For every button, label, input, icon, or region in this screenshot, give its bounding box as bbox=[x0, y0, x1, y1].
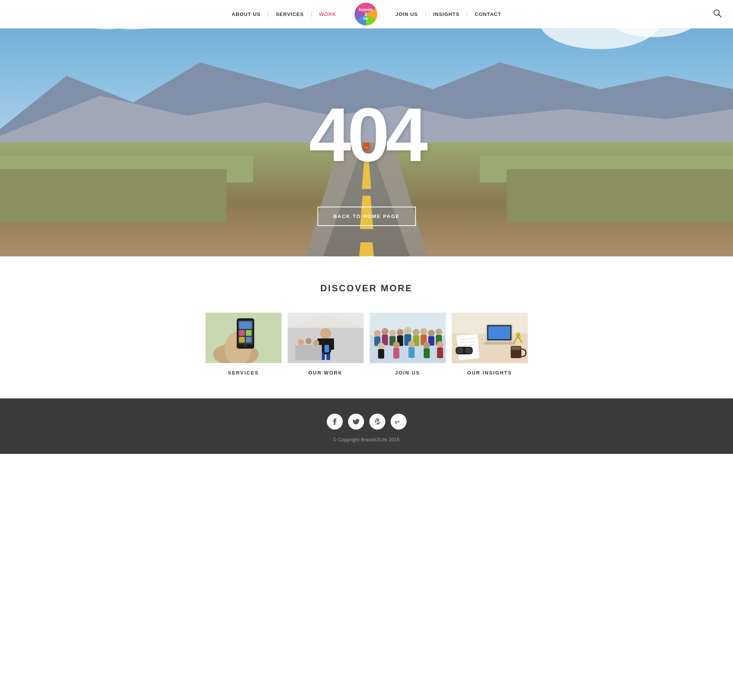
cards-row: SERVICES bbox=[196, 313, 538, 376]
card-insights-thumb bbox=[452, 313, 528, 363]
svg-point-68 bbox=[404, 327, 412, 335]
svg-point-42 bbox=[244, 344, 246, 347]
social-pinterest[interactable] bbox=[369, 414, 385, 430]
svg-point-55 bbox=[313, 340, 319, 346]
svg-rect-85 bbox=[424, 348, 430, 358]
card-our-insights[interactable]: OUR INSIGHTS bbox=[452, 313, 528, 376]
nav-work[interactable]: WORK bbox=[312, 11, 343, 17]
nav-about-us[interactable]: ABOUT US bbox=[225, 11, 268, 17]
card-work-label: OUR WORK bbox=[309, 370, 343, 376]
svg-rect-52 bbox=[295, 345, 322, 360]
nav-join-us[interactable]: JOIN US bbox=[389, 11, 425, 17]
svg-point-46 bbox=[320, 328, 331, 339]
svg-point-72 bbox=[420, 328, 427, 335]
svg-rect-40 bbox=[239, 337, 245, 343]
logo-text: brands 2 life bbox=[359, 7, 373, 21]
social-row: g+ bbox=[8, 414, 725, 430]
error-code: 404 bbox=[309, 97, 424, 173]
card-our-work[interactable]: OUR WORK bbox=[288, 313, 364, 376]
card-insights-label: OUR INSIGHTS bbox=[467, 370, 512, 376]
svg-rect-37 bbox=[239, 321, 252, 329]
header: ABOUT US | SERVICES | WORK brands 2 life… bbox=[0, 0, 733, 28]
logo-circle: brands 2 life bbox=[355, 3, 377, 25]
svg-rect-83 bbox=[408, 347, 415, 358]
svg-rect-18 bbox=[0, 169, 226, 222]
back-to-home-button[interactable]: BACK TO HOME PAGE bbox=[317, 207, 416, 226]
svg-rect-93 bbox=[484, 342, 515, 344]
svg-point-70 bbox=[413, 329, 420, 336]
svg-point-84 bbox=[423, 342, 430, 349]
nav-insights[interactable]: INSIGHTS bbox=[426, 11, 466, 17]
card-join-label: JOIN US bbox=[395, 370, 420, 376]
card-work-thumb bbox=[288, 313, 364, 363]
search-icon[interactable] bbox=[713, 9, 722, 19]
svg-rect-38 bbox=[239, 330, 245, 336]
social-facebook[interactable] bbox=[327, 414, 343, 430]
logo[interactable]: brands 2 life bbox=[355, 3, 377, 25]
svg-rect-49 bbox=[329, 338, 334, 350]
svg-point-74 bbox=[428, 330, 435, 337]
logo-life: life bbox=[359, 17, 373, 21]
card-join-us[interactable]: JOIN US bbox=[370, 313, 446, 376]
svg-rect-57 bbox=[325, 345, 329, 352]
nav-services[interactable]: SERVICES bbox=[269, 11, 311, 17]
copyright: © Copyright Brands2Life 2016 bbox=[8, 437, 725, 442]
back-button-wrap: BACK TO HOME PAGE bbox=[317, 207, 416, 226]
svg-rect-20 bbox=[507, 169, 733, 222]
svg-point-80 bbox=[393, 341, 400, 348]
footer: g+ © Copyright Brands2Life 2016 bbox=[0, 398, 733, 454]
discover-section: DISCOVER MORE SER bbox=[0, 256, 733, 398]
nav: ABOUT US | SERVICES | WORK brands 2 life… bbox=[225, 3, 508, 25]
svg-point-66 bbox=[397, 329, 404, 336]
social-google-plus[interactable]: g+ bbox=[391, 414, 407, 430]
nav-contact[interactable]: CONTACT bbox=[468, 11, 508, 17]
svg-rect-104 bbox=[456, 348, 463, 354]
svg-point-82 bbox=[408, 341, 415, 348]
svg-rect-92 bbox=[488, 326, 510, 339]
svg-rect-87 bbox=[437, 348, 443, 358]
svg-line-1 bbox=[719, 14, 722, 17]
svg-rect-39 bbox=[246, 330, 252, 336]
svg-rect-81 bbox=[393, 348, 399, 359]
svg-point-64 bbox=[389, 330, 396, 337]
svg-point-76 bbox=[435, 329, 442, 335]
svg-point-86 bbox=[437, 341, 443, 348]
svg-point-53 bbox=[298, 339, 304, 345]
svg-text:g+: g+ bbox=[395, 419, 400, 424]
svg-rect-41 bbox=[246, 337, 252, 343]
nav-left: ABOUT US | SERVICES | WORK bbox=[225, 11, 343, 17]
card-join-thumb bbox=[370, 313, 446, 363]
svg-point-78 bbox=[378, 343, 385, 349]
svg-rect-79 bbox=[378, 349, 384, 359]
card-services-thumb bbox=[206, 313, 282, 363]
svg-rect-107 bbox=[511, 347, 521, 350]
logo-num: 2 bbox=[359, 12, 373, 17]
card-services[interactable]: SERVICES bbox=[206, 313, 282, 376]
svg-point-62 bbox=[382, 328, 388, 335]
discover-title: DISCOVER MORE bbox=[8, 283, 725, 294]
svg-point-54 bbox=[306, 338, 312, 344]
hero-section: 404 BACK TO HOME PAGE bbox=[0, 28, 733, 256]
svg-rect-105 bbox=[465, 348, 472, 354]
svg-point-60 bbox=[374, 330, 381, 337]
card-services-label: SERVICES bbox=[228, 370, 259, 376]
nav-right: JOIN US | INSIGHTS | CONTACT bbox=[389, 11, 508, 17]
social-twitter[interactable] bbox=[348, 414, 364, 430]
